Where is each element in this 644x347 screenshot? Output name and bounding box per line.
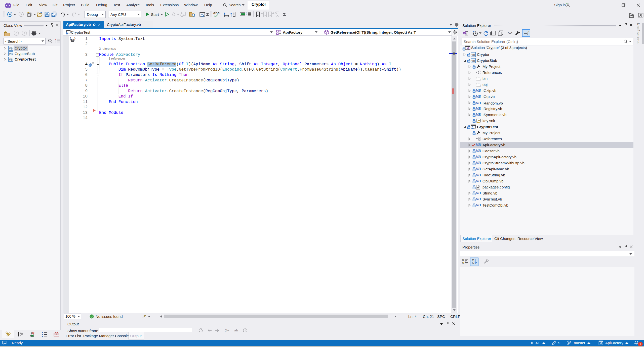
svg-text:VB: VB — [471, 59, 475, 62]
svg-text:VB: VB — [9, 58, 13, 61]
svg-text:Z: Z — [472, 262, 474, 264]
svg-text:VB: VB — [9, 47, 13, 50]
svg-text:VB: VB — [9, 53, 13, 56]
svg-text:A: A — [472, 259, 474, 262]
svg-text:VB: VB — [471, 53, 475, 56]
